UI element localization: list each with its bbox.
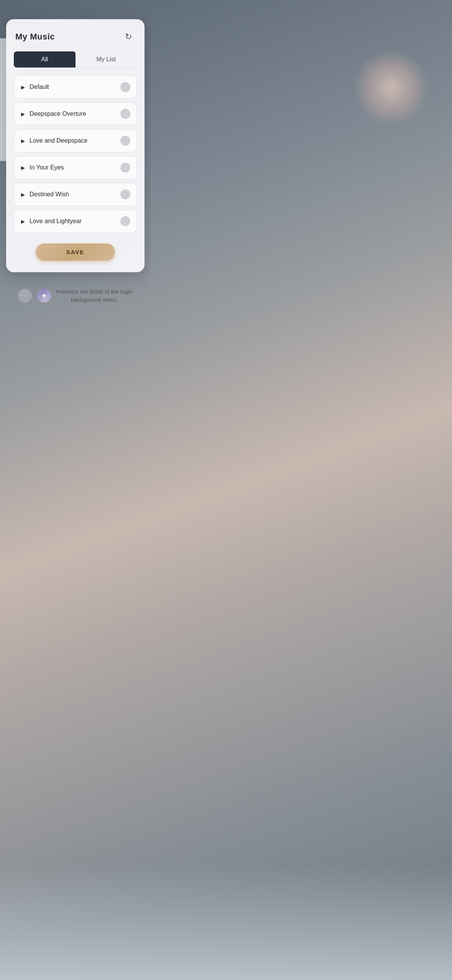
radio-deepspace-overture[interactable] (120, 109, 130, 119)
play-icon-default: ▶ (21, 84, 25, 90)
music-name-love-and-lightyear: Love and Lightyear (30, 218, 82, 225)
music-item-deepspace-overture[interactable]: ▶ Deepspace Overture (14, 102, 137, 125)
music-item-destined-wish-left: ▶ Destined Wish (20, 191, 69, 198)
disc-center (43, 294, 46, 297)
radio-default[interactable] (120, 82, 130, 92)
music-name-default: Default (30, 84, 49, 90)
refresh-icon: ↻ (125, 32, 132, 42)
scroll-bar (53, 313, 99, 314)
refresh-button[interactable]: ↻ (120, 28, 137, 45)
bgm-priority-row: Prioritize the BGM of the login backgrou… (12, 288, 138, 304)
music-name-deepspace-overture: Deepspace Overture (30, 110, 86, 117)
radio-love-and-deepspace[interactable] (120, 136, 130, 146)
music-name-destined-wish: Destined Wish (30, 191, 69, 198)
play-icon-love-and-lightyear: ▶ (21, 219, 25, 224)
play-icon-destined-wish: ▶ (21, 192, 25, 197)
page-wrapper: LOVE AND DEEPSPACE My Music ↻ All My Lis… (0, 0, 151, 980)
play-icon-love-and-deepspace: ▶ (21, 138, 25, 144)
tab-all-label: All (41, 56, 48, 62)
bgm-toggle[interactable] (18, 289, 32, 303)
bottom-section: Prioritize the BGM of the login backgrou… (6, 280, 145, 322)
disc-icon (37, 289, 51, 303)
music-item-in-your-eyes[interactable]: ▶ In Your Eyes (14, 156, 137, 179)
music-modal: My Music ↻ All My List ▶ Default (6, 19, 145, 272)
music-item-default-left: ▶ Default (20, 84, 49, 90)
music-list: ▶ Default ▶ Deepspace Overture ▶ Love an… (6, 76, 145, 233)
play-icon-in-your-eyes: ▶ (21, 165, 25, 171)
music-item-love-and-lightyear-left: ▶ Love and Lightyear (20, 218, 82, 225)
music-item-love-and-lightyear[interactable]: ▶ Love and Lightyear (14, 210, 137, 233)
music-name-love-and-deepspace: Love and Deepspace (30, 137, 87, 144)
music-item-default[interactable]: ▶ Default (14, 76, 137, 99)
save-label: SAVE (66, 249, 85, 255)
radio-in-your-eyes[interactable] (120, 163, 130, 173)
play-icon-deepspace-overture: ▶ (21, 111, 25, 117)
modal-header: My Music ↻ (6, 19, 145, 51)
music-item-love-and-deepspace[interactable]: ▶ Love and Deepspace (14, 129, 137, 152)
music-item-deepspace-overture-left: ▶ Deepspace Overture (20, 110, 86, 117)
tab-my-list-label: My List (96, 56, 116, 62)
modal-title: My Music (15, 32, 55, 42)
save-container: SAVE (6, 243, 145, 261)
radio-love-and-lightyear[interactable] (120, 216, 130, 226)
tab-my-list[interactable]: My List (76, 51, 137, 67)
tab-all[interactable]: All (14, 51, 76, 67)
tabs-container: All My List (14, 51, 137, 68)
bgm-priority-text: Prioritize the BGM of the login backgrou… (56, 288, 133, 304)
music-item-destined-wish[interactable]: ▶ Destined Wish (14, 183, 137, 206)
radio-destined-wish[interactable] (120, 189, 130, 199)
music-name-in-your-eyes: In Your Eyes (30, 164, 64, 171)
save-button[interactable]: SAVE (36, 243, 115, 261)
music-item-love-and-deepspace-left: ▶ Love and Deepspace (20, 137, 87, 144)
music-item-in-your-eyes-left: ▶ In Your Eyes (20, 164, 64, 171)
